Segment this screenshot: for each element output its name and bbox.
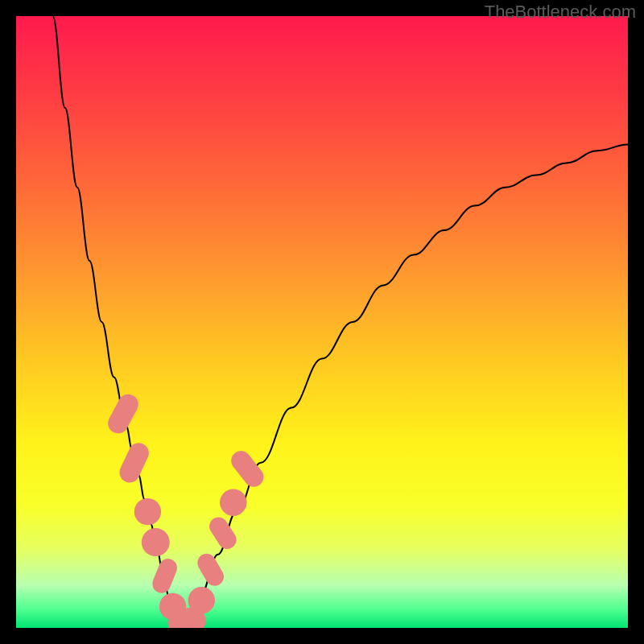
chart-frame: TheBottleneck.com bbox=[0, 0, 644, 644]
chart-plot-area bbox=[16, 16, 628, 628]
watermark-text: TheBottleneck.com bbox=[485, 2, 636, 23]
